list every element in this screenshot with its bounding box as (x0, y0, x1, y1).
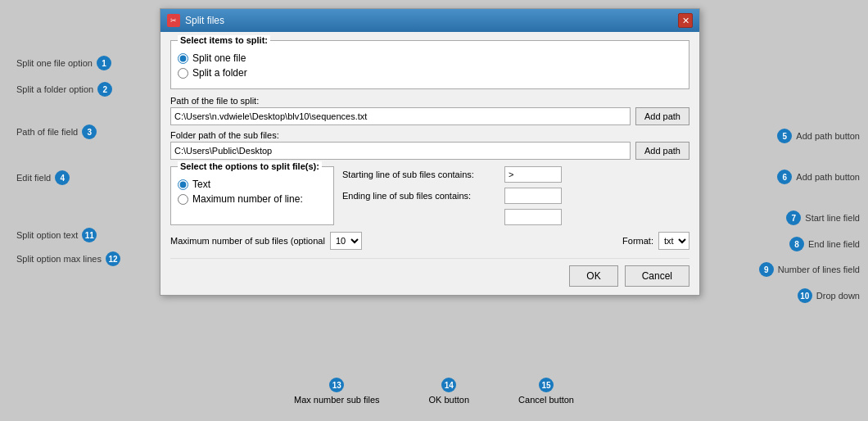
split-folder-option[interactable]: Split a folder (178, 67, 682, 79)
path-of-file-field[interactable] (170, 107, 631, 125)
text-option[interactable]: Text (178, 179, 327, 190)
folder-path-label: Folder path of the sub files: (170, 130, 689, 140)
max-lines-option-label: Maximum number of line: (192, 193, 303, 205)
format-label: Format: (622, 236, 653, 246)
annotation-split-one-file: Split one file option 1 (16, 56, 111, 70)
ok-button[interactable]: OK (569, 265, 617, 287)
max-lines-option[interactable]: Maximum number of line: (178, 193, 327, 205)
annotation-label-add-path-2: Add path button (796, 172, 860, 182)
annotation-start-line: 7 Start line field (786, 210, 860, 225)
folder-path-section: Folder path of the sub files: Add path (170, 130, 689, 160)
max-lines-radio[interactable] (178, 194, 188, 205)
badge-3: 3 (82, 124, 97, 139)
annotation-label-split-max: Split option max lines (16, 254, 102, 264)
format-dropdown[interactable]: txt (658, 232, 689, 250)
annotation-add-path-1: 5 Add path button (777, 129, 860, 143)
bottom-annotations: 13 Max number sub files 14 OK button 15 … (0, 378, 868, 405)
annotation-label-split-text: Split option text (16, 230, 78, 240)
split-options-group: Select the options to split file(s): Tex… (170, 166, 334, 225)
select-items-group: Select items to split: Split one file Sp… (170, 40, 689, 89)
annotation-label-start-line: Start line field (805, 213, 860, 223)
path-file-label: Path of the file to split: (170, 96, 689, 106)
annotation-label-split-folder: Split a folder option (16, 84, 93, 94)
badge-1: 1 (97, 56, 111, 70)
annotation-add-path-2: 6 Add path button (777, 170, 860, 184)
starting-line-label: Starting line of sub files contains: (342, 170, 498, 179)
badge-8: 8 (789, 237, 804, 251)
annotation-cancel-bottom: 15 Cancel button (518, 378, 574, 405)
annotation-split-text: Split option text 11 (16, 228, 97, 242)
annotation-dropdown: 10 Drop down (798, 288, 860, 303)
close-button[interactable]: ✕ (678, 13, 693, 28)
path-file-section: Path of the file to split: Add path (170, 96, 689, 125)
split-folder-radio[interactable] (178, 68, 188, 79)
start-line-field[interactable] (504, 166, 562, 183)
buttons-row: OK Cancel (170, 258, 689, 287)
num-lines-row (342, 209, 689, 225)
folder-path-row: Add path (170, 142, 689, 160)
add-path-button-2[interactable]: Add path (635, 142, 689, 160)
badge-11: 11 (82, 228, 97, 242)
annotation-label-path-file: Path of file field (16, 127, 78, 137)
split-options-label: Select the options to split file(s): (178, 161, 322, 171)
badge-10: 10 (798, 288, 812, 303)
annotation-label-num-lines: Number of lines field (778, 265, 860, 274)
max-sub-files-row: Maximum number of sub files (optional 10 (170, 232, 362, 250)
split-folder-label: Split a folder (192, 67, 247, 79)
end-line-field[interactable] (504, 188, 562, 204)
select-items-label: Select items to split: (178, 35, 270, 45)
badge-6: 6 (777, 170, 792, 184)
badge-13: 13 (329, 378, 344, 392)
annotation-split-max: Split option max lines 12 (16, 251, 120, 266)
add-path-button-1[interactable]: Add path (635, 107, 689, 125)
starting-line-row: Starting line of sub files contains: (342, 166, 689, 183)
annotation-split-folder: Split a folder option 2 (16, 82, 112, 97)
dialog-body: Select items to split: Split one file Sp… (160, 32, 699, 295)
format-row: Format: txt (622, 232, 689, 250)
annotation-path-file: Path of file field 3 (16, 124, 97, 139)
badge-9: 9 (759, 262, 774, 277)
options-section: Select the options to split file(s): Tex… (170, 166, 689, 225)
annotation-label-dropdown: Drop down (816, 291, 860, 301)
annotation-label-end-line: End line field (808, 239, 860, 249)
split-icon: ✂ (167, 14, 180, 27)
max-sub-label: Maximum number of sub files (optional (170, 236, 325, 246)
max-sub-files-select[interactable]: 10 (330, 232, 362, 250)
split-one-file-radio[interactable] (178, 53, 188, 64)
ending-line-row: Ending line of sub files contains: (342, 188, 689, 204)
text-radio[interactable] (178, 179, 188, 190)
number-of-lines-field[interactable] (504, 209, 562, 225)
annotation-end-line: 8 End line field (789, 237, 860, 251)
annotation-label-split-one: Split one file option (16, 58, 93, 68)
badge-15: 15 (539, 378, 554, 392)
annotation-max-sub-bottom: 13 Max number sub files (294, 378, 380, 405)
max-sub-files-label-bottom: Max number sub files (294, 395, 380, 405)
dialog-title: ✂ Split files (167, 14, 224, 27)
line-fields: Starting line of sub files contains: End… (342, 166, 689, 225)
cancel-button[interactable]: Cancel (625, 265, 689, 287)
cancel-button-label-bottom: Cancel button (518, 395, 574, 405)
path-file-row: Add path (170, 107, 689, 125)
dialog-title-text: Split files (185, 15, 224, 26)
badge-12: 12 (106, 251, 120, 266)
badge-2: 2 (97, 82, 112, 97)
annotation-label-edit: Edit field (16, 173, 51, 183)
ending-line-label: Ending line of sub files contains: (342, 191, 498, 201)
badge-5: 5 (777, 129, 792, 143)
ok-button-label-bottom: OK button (429, 395, 470, 405)
badge-4: 4 (55, 170, 70, 185)
split-files-dialog: ✂ Split files ✕ Select items to split: S… (160, 8, 700, 296)
annotation-num-lines: 9 Number of lines field (759, 262, 860, 277)
annotation-ok-bottom: 14 OK button (429, 378, 470, 405)
annotation-edit-field: Edit field 4 (16, 170, 70, 185)
edit-field[interactable] (170, 142, 631, 160)
annotation-label-add-path-1: Add path button (796, 131, 860, 141)
badge-14: 14 (441, 378, 456, 392)
text-option-label: Text (192, 179, 210, 190)
bottom-row: Maximum number of sub files (optional 10… (170, 232, 689, 250)
split-one-file-option[interactable]: Split one file (178, 52, 682, 64)
badge-7: 7 (786, 210, 801, 225)
split-one-file-label: Split one file (192, 52, 246, 64)
dialog-titlebar: ✂ Split files ✕ (160, 9, 699, 32)
